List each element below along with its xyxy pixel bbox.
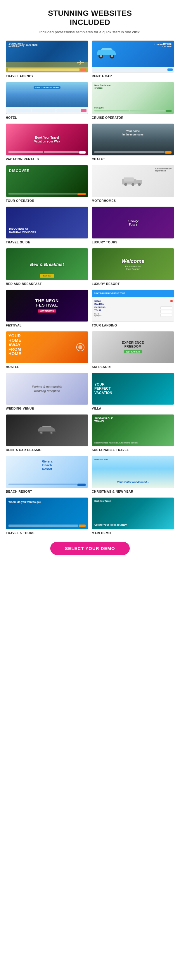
hotel-booking-bar — [6, 107, 88, 114]
thumbnail-tour-operator[interactable]: DISCOVER — [6, 165, 88, 197]
thumbnail-tour-landing[interactable]: 5 DAY BALKAN EXPRESS TOUR 5 DAYBALKANEXP… — [92, 290, 174, 322]
thumbnail-travel-guide[interactable]: DISCOVERY OFNATURAL WONDERS — [6, 207, 88, 239]
grid-item-sustainable-travel[interactable]: Sustainabletravel Recommended high-end l… — [92, 414, 174, 452]
grid-item-hotel[interactable]: BOOK YOUR TRAVEL HOTEL HOTEL — [6, 82, 88, 119]
grid-item-wedding-venue[interactable]: Perfect & memorablewedding reception WED… — [6, 373, 88, 410]
grid-item-villa[interactable]: YOURPERFECTVACATION VILLA — [92, 373, 174, 410]
select-demo-button[interactable]: SELECT YOUR DEMO — [50, 542, 130, 555]
label-wedding-venue: WEDDING VENUE — [6, 407, 88, 410]
label-villa: VILLA — [92, 407, 174, 410]
thumbnail-villa[interactable]: YOURPERFECTVACATION — [92, 373, 174, 405]
grid-item-chalet[interactable]: Your homein the mountains CHALET — [92, 123, 174, 161]
st-text: Sustainabletravel — [95, 417, 113, 423]
hostel-text: YOURHOMEAWAYFROMHOME — [8, 334, 21, 356]
bnb-text: Bed & Breakfast — [30, 261, 64, 267]
thumbnail-motorhomes[interactable]: An extraordinaryexperience — [92, 165, 174, 197]
cruise-price: from $395 — [95, 107, 172, 112]
thumbnail-chalet[interactable]: Your homein the mountains — [92, 123, 174, 156]
thumbnail-bed-breakfast[interactable]: Bed & Breakfast Book Now — [6, 248, 88, 280]
label-main-demo: MAIN DEMO — [92, 531, 174, 535]
label-chalet: CHALET — [92, 158, 174, 161]
rcc-text — [37, 426, 57, 435]
thumbnail-rent-car[interactable]: LondonCar Hire — [92, 40, 174, 73]
chalet-bar — [95, 151, 172, 154]
rc-search-bar — [92, 67, 174, 72]
grid-item-rent-car[interactable]: LondonCar Hire — [92, 40, 174, 78]
label-christmas: CHRISTMAS & NEW YEAR — [92, 490, 174, 493]
grid-item-motorhomes[interactable]: An extraordinaryexperience MOTORHOMES — [92, 165, 174, 202]
tl-badge — [171, 300, 173, 302]
grid-item-cruise[interactable]: New Caribbeancruises from $395 CRUISE OP… — [92, 82, 174, 119]
thumbnail-christmas[interactable]: Blue Star Tour Your winter wonderland... — [92, 456, 174, 488]
page-title: STUNNING WEBSITES INCLUDED — [6, 9, 174, 27]
grid-item-tour-operator[interactable]: DISCOVER TOUR OPERATOR — [6, 165, 88, 202]
grid-item-festival[interactable]: THE NEONFESTIVAL GET TICKETS FESTIVAL — [6, 290, 88, 327]
thumbnail-luxury-tours[interactable]: LuxuryTours — [92, 207, 174, 239]
label-hostel: HOSTEL — [6, 365, 88, 369]
tl-icons — [160, 306, 172, 317]
grid-item-rent-car-classic[interactable]: RENT A CAR CLASSIC — [6, 414, 88, 452]
grid-item-ski-resort[interactable]: EXPERIENCEFREEDOM WE'RE OPEN! SKI RESORT — [92, 331, 174, 369]
thumbnail-travel-agency[interactable]: 7 Days Sicilyfrom $830 — [6, 40, 88, 73]
svg-point-13 — [51, 432, 52, 434]
grid-item-beach-resort[interactable]: RivieraBeachResort BEACH RESORT — [6, 456, 88, 493]
thumbnail-cruise[interactable]: New Caribbeancruises from $395 — [92, 82, 174, 114]
grid-item-luxury-tours[interactable]: LuxuryTours LUXURY TOURS — [92, 207, 174, 244]
chalet-text: Your homein the mountains — [122, 130, 144, 137]
grid-item-travel-agency[interactable]: 7 Days Sicilyfrom $830 TRAVEL AGENCY — [6, 40, 88, 78]
lr-text: Welcome Experience thefinest hours in — [122, 258, 145, 270]
svg-point-9 — [138, 183, 141, 186]
label-travel-guide: TRAVEL GUIDE — [6, 240, 88, 244]
thumbnail-beach-resort[interactable]: RivieraBeachResort — [6, 456, 88, 488]
grid-item-main-demo[interactable]: Book Your Travel Create Your Ideal Journ… — [92, 497, 174, 535]
thumbnail-travel-tours[interactable]: Where do you want to go? — [6, 497, 88, 530]
label-cruise: CRUISE OPERATOR — [92, 116, 174, 119]
rc-headline: LondonCar Hire — [163, 42, 172, 49]
thumbnail-ski-resort[interactable]: EXPERIENCEFREEDOM WE'RE OPEN! — [92, 331, 174, 363]
thumbnail-vacation-rentals[interactable]: Book Your TravelVacation your Way — [6, 123, 88, 156]
thumbnail-rent-car-classic[interactable] — [6, 414, 88, 446]
tl-content: 5 DAYBALKANEXPRESSTOUR Day 1:Ljubljana — [92, 298, 174, 321]
thumbnail-hotel[interactable]: BOOK YOUR TRAVEL HOTEL — [6, 82, 88, 114]
label-beach-resort: BEACH RESORT — [6, 490, 88, 493]
svg-point-11 — [40, 432, 42, 434]
rc-car-icon — [95, 47, 118, 60]
svg-rect-5 — [123, 177, 134, 181]
tl-header: 5 DAY BALKAN EXPRESS TOUR — [92, 290, 174, 297]
label-tour-landing: TOUR LANDING — [92, 323, 174, 327]
label-hotel: HOTEL — [6, 116, 88, 119]
beach-bar — [8, 484, 85, 486]
thumbnail-festival[interactable]: THE NEONFESTIVAL GET TICKETS — [6, 290, 88, 322]
header: STUNNING WEBSITES INCLUDED Included prof… — [6, 9, 174, 35]
grid-item-travel-tours[interactable]: Where do you want to go? TRAVEL & TOURS — [6, 497, 88, 535]
thumbnail-main-demo[interactable]: Book Your Travel Create Your Ideal Journ… — [92, 497, 174, 530]
thumbnail-sustainable-travel[interactable]: Sustainabletravel Recommended high-end l… — [92, 414, 174, 446]
svg-point-1 — [99, 55, 102, 57]
thumbnail-hostel[interactable]: YOURHOMEAWAYFROMHOME — [6, 331, 88, 363]
md-text: Create Your Ideal Journey — [95, 523, 127, 526]
grid-item-christmas[interactable]: Blue Star Tour Your winter wonderland...… — [92, 456, 174, 493]
select-button-wrapper: SELECT YOUR DEMO — [6, 542, 174, 555]
to-bar — [8, 193, 85, 195]
xmas-header: Blue Star Tour — [95, 458, 108, 460]
label-festival: FESTIVAL — [6, 323, 88, 327]
mh-label: An extraordinaryexperience — [155, 168, 172, 172]
grid-item-hostel[interactable]: YOURHOMEAWAYFROMHOME HOSTEL — [6, 331, 88, 369]
thumbnail-luxury-resort[interactable]: Welcome Experience thefinest hours in — [92, 248, 174, 280]
festival-text: THE NEONFESTIVAL GET TICKETS — [35, 298, 59, 313]
grid-item-travel-guide[interactable]: DISCOVERY OFNATURAL WONDERS TRAVEL GUIDE — [6, 207, 88, 244]
tt-text: Where do you want to go? — [8, 501, 41, 503]
label-ski-resort: SKI RESORT — [92, 365, 174, 369]
cruise-headline: New Caribbeancruises — [95, 84, 111, 89]
label-luxury-resort: LUXURY RESORT — [92, 282, 174, 286]
grid-item-tour-landing[interactable]: 5 DAY BALKAN EXPRESS TOUR 5 DAYBALKANEXP… — [92, 290, 174, 327]
grid-item-bed-breakfast[interactable]: Bed & Breakfast Book Now BED AND BREAKFA… — [6, 248, 88, 286]
grid-item-luxury-resort[interactable]: Welcome Experience thefinest hours in LU… — [92, 248, 174, 286]
label-rent-car-classic: RENT A CAR CLASSIC — [6, 448, 88, 452]
hostel-logo — [76, 343, 84, 352]
thumbnail-wedding-venue[interactable]: Perfect & memorablewedding reception — [6, 373, 88, 405]
label-travel-agency: TRAVEL AGENCY — [6, 74, 88, 78]
grid-item-vacation-rentals[interactable]: Book Your TravelVacation your Way VACATI… — [6, 123, 88, 161]
header-subtitle: Included professional templates for a qu… — [6, 29, 174, 35]
label-travel-tours: TRAVEL & TOURS — [6, 531, 88, 535]
